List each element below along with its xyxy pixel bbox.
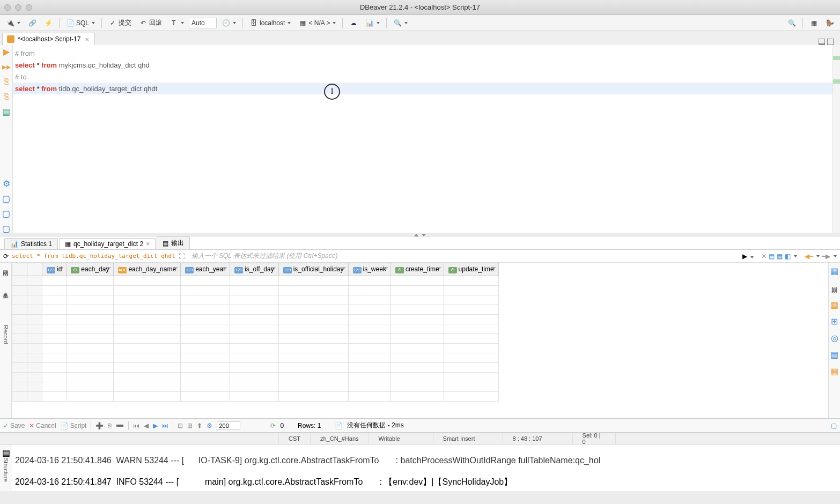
column-is_official_holiday[interactable]: 123is_official_holiday	[278, 263, 348, 276]
filter-icon[interactable]	[222, 267, 227, 272]
splitter[interactable]	[0, 233, 840, 237]
close-result-tab[interactable]: ×	[146, 240, 150, 248]
code-area[interactable]: # from select * from mykjcms.qc_holiday_…	[13, 45, 832, 233]
delete-row-button[interactable]: ➖	[116, 422, 124, 429]
last-page-button[interactable]: ⏭	[162, 422, 168, 429]
filter-menu-button[interactable]	[749, 253, 754, 260]
auto-commit-select[interactable]: Auto	[189, 18, 217, 28]
panel-btn-3[interactable]: ◎	[831, 333, 838, 343]
column-each_day_name[interactable]: ABCeach_day_name	[114, 263, 181, 276]
history-button[interactable]: 🕘	[219, 18, 239, 28]
add-row-button[interactable]: ➕	[95, 422, 104, 429]
filter-icon[interactable]	[58, 267, 64, 272]
structure-tab[interactable]: Structure	[3, 458, 9, 482]
filter-clear-button[interactable]: ✕	[761, 253, 767, 260]
record-view-tab[interactable]: Record	[3, 325, 9, 344]
console-output[interactable]: 2024-03-16 21:50:41.846 WARN 53244 --- […	[12, 444, 840, 491]
zoom-window[interactable]	[26, 4, 32, 11]
sql-editor-button[interactable]: 📄SQL	[63, 18, 98, 28]
cloud-button[interactable]: ☁	[347, 18, 360, 28]
panel-btn-4[interactable]: ▤	[830, 350, 838, 360]
search-button[interactable]: 🔍	[390, 18, 410, 28]
new-connection-button[interactable]: 🔌	[3, 18, 23, 28]
expand-icon[interactable]: ⛶	[179, 253, 185, 260]
column-create_time[interactable]: ⏱create_time	[390, 263, 444, 276]
rollback-icon: ↶	[139, 19, 148, 27]
nav-fwd-button[interactable]: ━▶	[822, 253, 830, 260]
panel3-button[interactable]: ▢	[2, 224, 11, 233]
panel2-button[interactable]: ▢	[2, 209, 11, 218]
sql-editor[interactable]: ▶ ▸▸ ⎘ ⎘ ▤ ⚙ ▢ ▢ ▢ # from select * from …	[0, 45, 840, 233]
editor-tab-script17[interactable]: *<localhost> Script-17 ×	[2, 33, 95, 45]
rollback-button[interactable]: ↶回滚	[136, 17, 165, 28]
filter-icon[interactable]	[173, 267, 178, 272]
settings-gear-icon[interactable]: ⚙	[2, 179, 11, 188]
panel-btn-1[interactable]: ▦	[830, 300, 838, 310]
disconnect-button[interactable]: ⚡	[41, 18, 55, 28]
editor-gutter: ▶ ▸▸ ⎘ ⎘ ▤ ⚙ ▢ ▢ ▢	[0, 45, 13, 233]
panel-btn-5[interactable]: ▦	[830, 366, 838, 376]
apply-filter-button[interactable]: ▶	[742, 253, 747, 260]
execute-button[interactable]: ▶	[2, 47, 11, 56]
column-each_day[interactable]: ⏱each_day	[67, 263, 114, 276]
export-button[interactable]: 📊	[363, 18, 382, 28]
filter-icon[interactable]	[383, 267, 388, 272]
zoom-fit-button[interactable]: ⊡	[178, 422, 183, 429]
connection-selector[interactable]: 🗄localhost	[247, 18, 293, 28]
filter-panel-button[interactable]: ◧	[785, 253, 791, 260]
column-is_week[interactable]: 123is_week	[348, 263, 390, 276]
perspective-button[interactable]: ▦	[807, 18, 821, 28]
config-button[interactable]: ⚙	[207, 422, 212, 429]
first-page-button[interactable]: ⏮	[133, 422, 139, 429]
structure-icon[interactable]: ▤	[2, 448, 10, 458]
filter-icon[interactable]	[106, 267, 111, 272]
column-is_off_day[interactable]: 123is_off_day	[230, 263, 279, 276]
minimize-window[interactable]	[15, 4, 21, 11]
type-icon: ⏱	[71, 267, 79, 273]
refresh-button[interactable]: ⟳	[270, 422, 276, 429]
page-size-input[interactable]	[217, 421, 240, 430]
data-grid[interactable]: 123id⏱each_dayABCeach_day_name123each_ye…	[12, 263, 828, 418]
filter-input[interactable]: 输入一个 SQL 表达式来过滤结果 (使用 Ctrl+Space)	[188, 251, 739, 261]
export-data-button[interactable]: ⬆	[197, 422, 202, 429]
tab-statistics[interactable]: 📊Statistics 1	[4, 238, 58, 249]
script-button[interactable]: 📄Script	[61, 422, 87, 429]
maximize-editor[interactable]	[827, 39, 834, 45]
duplicate-row-button[interactable]: ⎘	[108, 422, 112, 429]
close-tab-button[interactable]: ×	[84, 36, 90, 42]
schema-selector[interactable]: ▦< N/A >	[296, 18, 338, 28]
tab-output[interactable]: ▤输出	[157, 236, 190, 249]
commit-button[interactable]: ✓提交	[106, 17, 134, 28]
close-window[interactable]	[4, 4, 11, 11]
explain-button[interactable]: ⎘	[2, 77, 11, 86]
column-update_time[interactable]: ⏱update_time	[444, 263, 498, 276]
minimize-editor[interactable]	[819, 39, 825, 45]
filter-settings-button[interactable]: ▤	[769, 253, 775, 260]
execute-script-button[interactable]: ▸▸	[2, 62, 11, 71]
panel1-button[interactable]: ▢	[2, 194, 11, 203]
load-plan-button[interactable]: ▤	[2, 107, 11, 116]
nodata-label: 没有任何数据 - 2ms	[347, 421, 403, 430]
find-button[interactable]: 🔍	[785, 18, 799, 28]
panels-toggle[interactable]: ▦	[830, 266, 838, 276]
filter-icon[interactable]	[341, 267, 346, 272]
dbeaver-perspective[interactable]: 🦫	[823, 18, 837, 28]
panel-btn-2[interactable]: ⊞	[831, 316, 838, 327]
zoom-button[interactable]: ⊞	[187, 422, 193, 429]
filter-icon[interactable]	[436, 267, 441, 272]
prev-page-button[interactable]: ◀	[144, 422, 149, 429]
cancel-button[interactable]: ✕Cancel	[29, 422, 56, 429]
tab-data[interactable]: ▦qc_holiday_target_dict 2×	[59, 238, 156, 249]
connect-button[interactable]: 🔗	[25, 18, 39, 28]
execute-new-tab-button[interactable]: ⎘	[2, 92, 11, 101]
maximize-results-button[interactable]: ▢	[831, 422, 837, 429]
nav-back-button[interactable]: ◀━	[805, 253, 813, 260]
filter-save-button[interactable]: ▦	[777, 253, 783, 260]
next-page-button[interactable]: ▶	[153, 422, 158, 429]
filter-icon[interactable]	[491, 267, 496, 272]
filter-icon[interactable]	[271, 267, 276, 272]
transaction-button[interactable]: T	[167, 18, 187, 28]
column-each_year[interactable]: 123each_year	[181, 263, 230, 276]
column-id[interactable]: 123id	[42, 263, 67, 276]
save-button[interactable]: ✓Save	[3, 422, 25, 429]
